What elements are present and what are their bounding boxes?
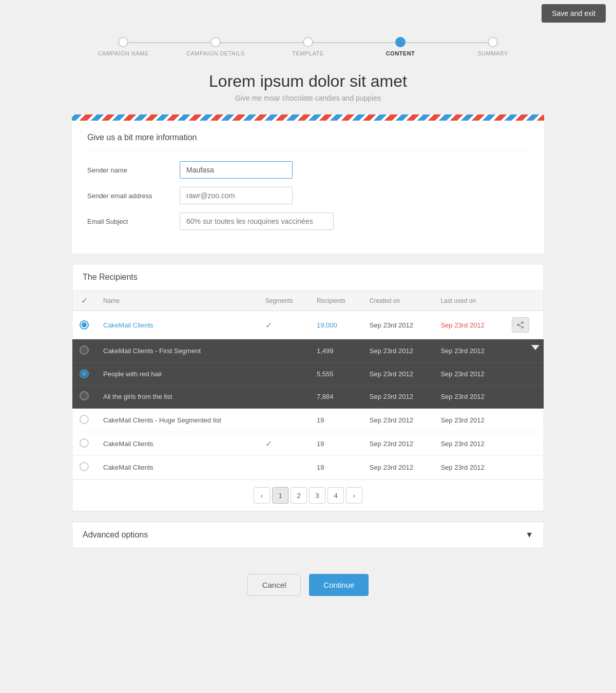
recipients-table: ✓ Name Segments Recipients Created on La… [72,291,544,479]
sender-email-input[interactable] [180,187,293,204]
step-campaign-name[interactable]: CAMPAIGN NAME [77,37,169,56]
cancel-button[interactable]: Cancel [247,574,301,596]
step-content[interactable]: CONTENT [354,37,447,56]
progress-bar: CAMPAIGN NAME CAMPAIGN DETAILS TEMPLATE … [0,27,616,72]
row-last-used-cell: Sep 23rd 2012 [433,339,505,363]
col-header-name: Name [96,291,258,311]
row-action-cell[interactable] [505,363,544,385]
radio-unselected-icon[interactable] [80,345,89,355]
radio-selected-icon[interactable] [80,369,89,378]
row-action-cell[interactable] [505,432,544,456]
col-header-actions [505,291,544,311]
step-circle-campaign-name [118,37,128,47]
table-row[interactable]: CakeMail Clients19Sep 23rd 2012Sep 23rd … [72,456,544,479]
row-recipients-cell: 19 [310,409,362,432]
row-radio-cell[interactable] [72,409,96,432]
sender-name-input[interactable] [180,161,293,179]
row-radio-cell[interactable] [72,385,96,409]
sender-email-label: Sender email address [87,192,180,200]
row-radio-cell[interactable] [72,363,96,385]
row-recipients-cell: 7,884 [310,385,362,409]
pagination-prev[interactable]: ‹ [254,487,270,504]
row-recipients-cell[interactable]: 19,000 [310,311,362,339]
pagination-page-3[interactable]: 3 [309,487,325,504]
recipients-header: The Recipients [72,264,544,291]
continue-button[interactable]: Continue [309,574,369,596]
row-name-cell[interactable]: CakeMail Clients [96,311,258,339]
row-recipients-link[interactable]: 19,000 [317,321,337,329]
progress-steps: CAMPAIGN NAME CAMPAIGN DETAILS TEMPLATE … [77,37,539,56]
table-row[interactable]: CakeMail Clients - Huge Segmented list19… [72,409,544,432]
mail-info-card: Give us a bit more information Sender na… [72,114,544,254]
row-last-used-cell: Sep 23rd 2012 [433,363,505,385]
row-created-cell: Sep 23rd 2012 [362,363,434,385]
row-last-used-cell: Sep 23rd 2012 [433,385,505,409]
sender-name-row: Sender name [87,161,529,179]
step-circle-campaign-details [210,37,221,47]
table-row[interactable]: CakeMail Clients✓19,000Sep 23rd 2012Sep … [72,311,544,339]
bottom-buttons: Cancel Continue [72,564,544,617]
advanced-options-label: Advanced options [83,530,148,540]
row-name-link[interactable]: CakeMail Clients [103,321,153,329]
mail-border-top [72,114,544,121]
row-radio-cell[interactable] [72,311,96,339]
table-row[interactable]: People with red hair5,555Sep 23rd 2012Se… [72,363,544,385]
row-last-used-cell: Sep 23rd 2012 [433,409,505,432]
col-header-recipients: Recipients [310,291,362,311]
radio-unselected-icon[interactable] [80,438,89,448]
row-radio-cell[interactable] [72,339,96,363]
email-subject-row: Email Subject [87,213,529,230]
row-action-cell[interactable] [505,311,544,339]
row-last-used-link[interactable]: Sep 23rd 2012 [440,321,484,329]
share-button[interactable] [512,317,529,333]
email-subject-label: Email Subject [87,218,180,225]
share-icon [516,321,525,329]
row-action-cell[interactable] [505,456,544,479]
row-last-used-cell[interactable]: Sep 23rd 2012 [433,311,505,339]
step-label-summary: SUMMARY [477,50,508,56]
email-subject-input[interactable] [180,213,334,230]
main-content: Give us a bit more information Sender na… [62,114,554,637]
col-header-segments: Segments [258,291,310,311]
step-template[interactable]: TEMPLATE [262,37,354,56]
step-label-template: TEMPLATE [292,50,323,56]
row-name-cell: People with red hair [96,363,258,385]
pagination-page-2[interactable]: 2 [291,487,307,504]
row-created-cell: Sep 23rd 2012 [362,456,434,479]
pagination: ‹ 1 2 3 4 › [72,479,544,511]
row-recipients-cell: 5,555 [310,363,362,385]
step-summary[interactable]: SUMMARY [447,37,539,56]
step-label-campaign-details: CAMPAIGN DETAILS [186,50,245,56]
advanced-options-header[interactable]: Advanced options ▼ [72,522,544,548]
row-radio-cell[interactable] [72,432,96,456]
row-recipients-cell: 1,499 [310,339,362,363]
table-row[interactable]: CakeMail Clients - First Segment1,499Sep… [72,339,544,363]
page-title: Lorem ipsum dolor sit amet [0,72,616,91]
save-exit-button[interactable]: Save and exit [542,4,606,23]
row-segments-cell [258,385,310,409]
radio-selected-icon[interactable] [80,320,89,330]
row-name-cell: CakeMail Clients [96,456,258,479]
row-radio-cell[interactable] [72,456,96,479]
pagination-page-1[interactable]: 1 [272,487,288,504]
svg-line-3 [518,322,523,325]
step-campaign-details[interactable]: CAMPAIGN DETAILS [169,37,262,56]
radio-unselected-icon[interactable] [80,415,89,424]
radio-unselected-icon[interactable] [80,391,89,400]
pagination-page-4[interactable]: 4 [328,487,344,504]
step-label-campaign-name: CAMPAIGN NAME [98,50,148,56]
sender-name-label: Sender name [87,166,180,174]
table-row[interactable]: CakeMail Clients✓19Sep 23rd 2012Sep 23rd… [72,432,544,456]
step-circle-content [395,37,406,47]
pagination-next[interactable]: › [346,487,362,504]
segment-check-icon: ✓ [265,321,272,330]
row-segments-cell [258,339,310,363]
row-action-cell[interactable] [505,385,544,409]
header-check-icon: ✓ [81,296,88,305]
page-subtitle: Give me moar chocolate candies and puppi… [0,94,616,102]
row-action-cell[interactable] [505,339,544,363]
table-row[interactable]: All the girls from the list7,884Sep 23rd… [72,385,544,409]
row-action-cell[interactable] [505,409,544,432]
col-header-last-used: Last used on [433,291,505,311]
radio-unselected-icon[interactable] [80,462,89,471]
